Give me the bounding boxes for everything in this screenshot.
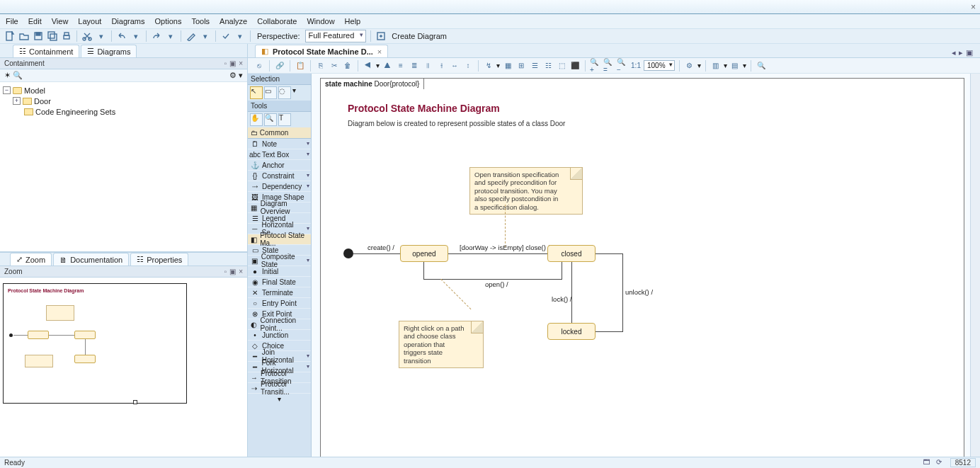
initial-pseudostate[interactable] bbox=[343, 249, 353, 258]
link-icon[interactable]: 🔗 bbox=[274, 60, 285, 72]
zoom-combo[interactable]: 100% bbox=[644, 60, 675, 71]
containment-tree[interactable]: − Model + Door Code Engineering Sets bbox=[0, 82, 247, 252]
palette-entry[interactable]: ○Entry Point bbox=[248, 298, 311, 309]
text-tool[interactable]: T bbox=[278, 113, 291, 126]
palette-initial[interactable]: ●Initial bbox=[248, 266, 311, 277]
palette-junction[interactable]: •Junction bbox=[248, 330, 311, 341]
minimize-pane-icon[interactable]: ▫ bbox=[224, 268, 227, 275]
zoom-out-icon[interactable]: 🔍− bbox=[617, 60, 628, 72]
align-top-icon[interactable]: ⯅ bbox=[382, 60, 393, 72]
collapse-all-icon[interactable]: ✶ bbox=[4, 71, 11, 79]
palette-terminate[interactable]: ✕Terminate bbox=[248, 287, 311, 298]
tab-properties[interactable]: ☷ Properties bbox=[130, 253, 188, 266]
open-icon[interactable] bbox=[18, 30, 30, 42]
save-all-icon[interactable] bbox=[47, 30, 58, 42]
menu-help[interactable]: Help bbox=[345, 17, 361, 25]
layers-icon[interactable]: ☰ bbox=[529, 60, 540, 72]
next-tab-icon[interactable]: ▸ bbox=[959, 48, 963, 57]
tree-model[interactable]: Model bbox=[24, 86, 45, 95]
prev-tab-icon[interactable]: ◂ bbox=[952, 48, 956, 57]
palette-note[interactable]: 🗒Note▾ bbox=[248, 139, 311, 149]
note-precondition[interactable]: Open transition specification and specif… bbox=[469, 167, 583, 215]
route-icon[interactable]: ↯ bbox=[483, 60, 494, 72]
transition-open-seg1[interactable] bbox=[562, 262, 562, 279]
zoom-pane[interactable]: Protocol State Machine Diagram bbox=[0, 278, 247, 457]
state-locked[interactable]: locked bbox=[547, 323, 596, 340]
zoom-thumbnail[interactable]: Protocol State Machine Diagram bbox=[3, 283, 187, 404]
menu-options[interactable]: Options bbox=[154, 17, 181, 25]
delete-icon[interactable]: 🗑 bbox=[342, 60, 353, 72]
chevron-down-icon[interactable]: ▾ bbox=[96, 30, 107, 42]
maximize-editor-icon[interactable]: ▣ bbox=[966, 48, 973, 57]
palette-anchor[interactable]: ⚓Anchor bbox=[248, 160, 311, 171]
palette-conn[interactable]: ◐Connection Point... bbox=[248, 319, 311, 330]
layers2-icon[interactable]: ☷ bbox=[542, 60, 554, 72]
validate-icon[interactable] bbox=[220, 30, 232, 42]
close-icon[interactable]: × bbox=[971, 2, 976, 12]
search-icon[interactable]: 🔍 bbox=[756, 60, 767, 72]
save-icon[interactable] bbox=[33, 30, 44, 42]
perspective-combo[interactable]: Full Featured bbox=[305, 30, 367, 42]
same-height-icon[interactable]: ↕ bbox=[462, 60, 474, 72]
cut-icon[interactable] bbox=[81, 30, 93, 42]
menu-edit[interactable]: Edit bbox=[28, 17, 42, 25]
close-pane-icon[interactable]: × bbox=[239, 268, 243, 275]
status-notify-icon[interactable]: 🗔 bbox=[923, 458, 933, 468]
palette-final[interactable]: ◉Final State bbox=[248, 277, 311, 287]
create-diagram-button[interactable]: Create Diagram bbox=[392, 32, 447, 40]
copy-icon[interactable]: ⎘ bbox=[315, 60, 326, 72]
minimize-pane-icon[interactable]: ▫ bbox=[224, 59, 227, 67]
distribute-v-icon[interactable]: ⫲ bbox=[435, 60, 447, 72]
chevron-down-icon[interactable]: ▾ bbox=[239, 71, 243, 79]
restore-pane-icon[interactable]: ▣ bbox=[229, 59, 236, 67]
transition-lock[interactable] bbox=[571, 262, 572, 323]
zoom-actual-icon[interactable]: 1:1 bbox=[630, 60, 642, 72]
chevron-down-icon[interactable]: ▾ bbox=[165, 30, 176, 42]
zoom-tool[interactable]: 🔍 bbox=[264, 113, 277, 126]
twisty-icon[interactable]: − bbox=[3, 86, 11, 94]
tab-diagrams[interactable]: ☰ Diagrams bbox=[81, 45, 137, 57]
state-closed[interactable]: closed bbox=[547, 245, 596, 262]
menu-collaborate[interactable]: Collaborate bbox=[257, 17, 297, 25]
align-icon[interactable]: ≣ bbox=[409, 60, 420, 72]
wizard-icon[interactable] bbox=[186, 30, 197, 42]
close-tab-icon[interactable]: × bbox=[377, 47, 382, 56]
paste-icon[interactable]: 📋 bbox=[295, 60, 306, 72]
chevron-down-icon[interactable]: ▾ bbox=[376, 62, 380, 69]
vertical-scrollbar[interactable] bbox=[970, 74, 980, 457]
menu-diagrams[interactable]: Diagrams bbox=[111, 17, 144, 25]
menu-tools[interactable]: Tools bbox=[191, 17, 210, 25]
transition-close[interactable] bbox=[448, 253, 547, 254]
tab-zoom[interactable]: ⤢ Zoom bbox=[10, 253, 52, 266]
diagram-canvas[interactable]: state machine Door{protocol} Protocol St… bbox=[312, 74, 980, 457]
tree-door[interactable]: Door bbox=[34, 97, 51, 105]
twisty-icon[interactable]: + bbox=[13, 97, 21, 105]
new-icon[interactable] bbox=[4, 30, 16, 42]
transition-unlock-seg1[interactable] bbox=[596, 331, 622, 332]
transition-unlock-seg2[interactable] bbox=[622, 253, 623, 332]
tab-documentation[interactable]: 🗎 Documentation bbox=[53, 253, 129, 266]
group-icon[interactable]: ⬚ bbox=[556, 60, 567, 72]
align-left-icon[interactable]: ⯇ bbox=[363, 60, 374, 72]
chevron-down-icon[interactable]: ▾ bbox=[234, 30, 246, 42]
zoom-in-icon[interactable]: 🔍+ bbox=[590, 60, 601, 72]
menu-layout[interactable]: Layout bbox=[78, 17, 101, 25]
align-center-icon[interactable]: ≡ bbox=[395, 60, 406, 72]
print-icon[interactable] bbox=[61, 30, 72, 42]
select-in-tree-icon[interactable]: ⎋ bbox=[253, 60, 265, 72]
transition-open-seg2[interactable] bbox=[423, 279, 562, 280]
chevron-down-icon[interactable]: ▾ bbox=[130, 30, 142, 42]
grid-icon[interactable]: ▦ bbox=[502, 60, 513, 72]
palette-psm[interactable]: ◧Protocol State Ma... bbox=[248, 234, 311, 245]
menu-view[interactable]: View bbox=[52, 17, 69, 25]
ungroup-icon[interactable]: ⬛ bbox=[569, 60, 581, 72]
palette-constraint[interactable]: {}Constraint▾ bbox=[248, 171, 311, 181]
cut-icon[interactable]: ✂ bbox=[329, 60, 340, 72]
menu-window[interactable]: Window bbox=[307, 17, 334, 25]
gear-icon[interactable]: ⚙ bbox=[229, 71, 237, 79]
undo-icon[interactable] bbox=[116, 30, 127, 42]
create-diagram-icon[interactable] bbox=[375, 30, 387, 42]
marquee-tool[interactable]: ▭ bbox=[264, 86, 277, 99]
palette-ptransi[interactable]: ⇢Protocol Transiti... bbox=[248, 383, 311, 394]
palette-section-common[interactable]: 🗀 Common bbox=[248, 127, 311, 139]
